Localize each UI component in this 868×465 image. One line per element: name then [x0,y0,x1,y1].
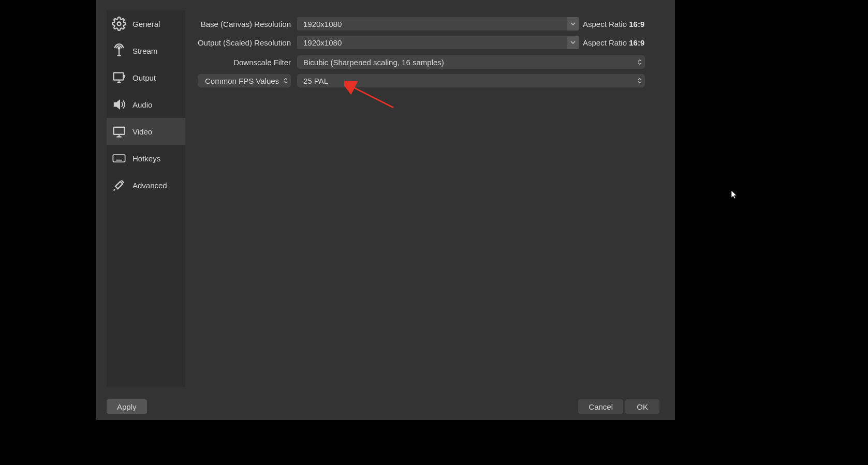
keyboard-icon [111,150,127,167]
chevron-down-icon [567,17,579,31]
output-resolution-combo[interactable]: 1920x1080 [297,36,579,49]
sidebar-item-label: Advanced [133,181,167,190]
base-resolution-combo[interactable]: 1920x1080 [297,17,579,31]
svg-point-1 [119,48,120,49]
antenna-icon [111,42,127,59]
monitor-icon [111,123,127,140]
ok-button[interactable]: OK [625,399,659,414]
sidebar-item-audio[interactable]: Audio [107,91,185,118]
svg-point-0 [117,22,121,26]
output-resolution-value: 1920x1080 [303,38,342,47]
output-resolution-row: Output (Scaled) Resolution 1920x1080 Asp… [194,33,665,52]
chevron-down-icon [567,36,579,49]
base-resolution-row: Base (Canvas) Resolution 1920x1080 Aspec… [194,14,665,33]
sidebar-item-label: Video [133,127,152,136]
output-resolution-label: Output (Scaled) Resolution [194,38,297,47]
speaker-icon [111,96,127,113]
svg-rect-3 [114,127,125,134]
base-aspect-ratio: Aspect Ratio 16:9 [583,20,644,28]
settings-sidebar: General Stream Output Audio Video [107,10,185,387]
base-resolution-label: Base (Canvas) Resolution [194,20,297,28]
sidebar-item-hotkeys[interactable]: Hotkeys [107,145,185,172]
sidebar-item-video[interactable]: Video [107,118,185,145]
sidebar-item-label: Audio [133,100,152,109]
gear-icon [111,16,127,32]
dialog-footer: Apply Cancel OK [96,398,675,415]
fps-row: Common FPS Values 25 PAL [194,71,665,90]
sidebar-item-advanced[interactable]: Advanced [107,172,185,199]
tools-icon [111,177,127,193]
apply-button[interactable]: Apply [107,399,147,414]
svg-rect-2 [114,73,124,80]
downscale-filter-label: Downscale Filter [194,58,297,67]
fps-mode-select[interactable]: Common FPS Values [198,74,291,87]
sidebar-item-label: Stream [133,47,157,55]
settings-window: General Stream Output Audio Video [96,0,675,420]
video-settings-panel: Base (Canvas) Resolution 1920x1080 Aspec… [194,10,665,410]
sidebar-item-general[interactable]: General [107,10,185,37]
sidebar-item-label: Hotkeys [133,154,160,163]
downscale-filter-select[interactable]: Bicubic (Sharpened scaling, 16 samples) [297,55,645,69]
downscale-filter-value: Bicubic (Sharpened scaling, 16 samples) [303,58,444,67]
sidebar-item-label: General [133,20,160,28]
cancel-button[interactable]: Cancel [578,399,623,414]
sidebar-item-stream[interactable]: Stream [107,37,185,64]
mouse-cursor [731,190,738,200]
output-icon [111,69,127,86]
sidebar-item-output[interactable]: Output [107,64,185,91]
downscale-filter-row: Downscale Filter Bicubic (Sharpened scal… [194,53,665,71]
updown-icon [638,59,642,65]
updown-icon [638,78,642,84]
sidebar-item-label: Output [133,73,156,82]
fps-value: 25 PAL [303,77,328,85]
output-aspect-ratio: Aspect Ratio 16:9 [583,38,644,47]
fps-mode-value: Common FPS Values [205,77,279,85]
fps-value-select[interactable]: 25 PAL [297,74,645,87]
updown-icon [284,78,288,84]
base-resolution-value: 1920x1080 [303,20,342,28]
